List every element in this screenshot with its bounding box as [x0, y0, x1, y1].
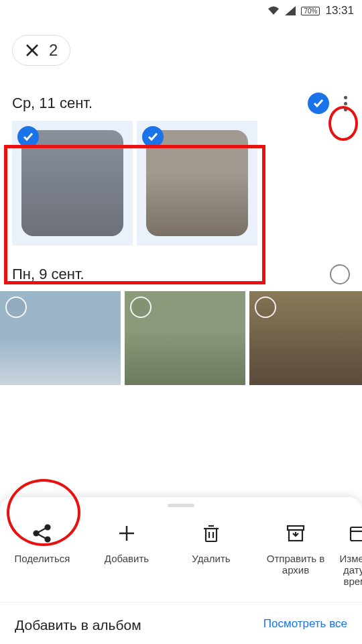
photo-thumbnail[interactable] [137, 121, 257, 246]
date-label: Ср, 11 сент. [12, 95, 93, 112]
select-all-unchecked-icon[interactable] [330, 264, 350, 284]
share-icon [31, 522, 54, 545]
date-group: Ср, 11 сент. [0, 79, 362, 251]
photo-image [146, 130, 248, 236]
bottom-sheet[interactable]: Поделиться Добавить Удалить [0, 497, 362, 644]
svg-rect-17 [351, 527, 362, 541]
see-all-link[interactable]: Посмотреть все [263, 617, 347, 633]
add-button[interactable]: Добавить [84, 522, 169, 587]
checkmark-icon[interactable] [17, 126, 39, 148]
wifi-icon [267, 6, 280, 15]
photo-thumbnail[interactable] [12, 121, 133, 246]
checkmark-icon[interactable] [142, 126, 164, 148]
photo-thumbnail[interactable] [0, 291, 121, 385]
edit-date-button[interactable]: Изменить дату и время [338, 522, 362, 587]
svg-line-6 [38, 535, 46, 539]
photo-row [12, 121, 350, 251]
unchecked-circle-icon[interactable] [255, 297, 276, 318]
plus-icon [115, 522, 138, 545]
add-to-album-row: Добавить в альбом Посмотреть все [0, 602, 362, 644]
select-all-checked-icon[interactable] [308, 93, 329, 114]
calendar-icon [347, 522, 362, 545]
action-bar: Поделиться Добавить Удалить [0, 517, 362, 602]
date-label: Пн, 9 сент. [12, 266, 84, 283]
action-label: Удалить [192, 553, 230, 564]
share-button[interactable]: Поделиться [0, 522, 84, 587]
selection-count: 2 [49, 41, 58, 60]
more-icon[interactable] [341, 93, 350, 114]
svg-point-2 [46, 525, 50, 530]
selection-chip[interactable]: 2 [12, 35, 70, 66]
date-header: Пн, 9 сент. [12, 251, 350, 291]
battery-indicator: 70% [301, 7, 320, 15]
selection-header: 2 [0, 21, 362, 79]
photo-image [21, 130, 123, 236]
date-header: Ср, 11 сент. [12, 79, 350, 121]
svg-line-5 [38, 529, 46, 533]
action-label: Отправить в архив [253, 553, 338, 576]
signal-icon [285, 6, 296, 15]
action-label: Поделиться [15, 553, 70, 564]
unchecked-circle-icon[interactable] [5, 297, 27, 318]
photo-thumbnail[interactable] [249, 291, 362, 385]
delete-button[interactable]: Удалить [169, 522, 253, 587]
svg-rect-9 [206, 529, 217, 541]
archive-button[interactable]: Отправить в архив [253, 522, 338, 587]
trash-icon [200, 522, 223, 545]
archive-icon [284, 522, 307, 545]
album-section-title: Добавить в альбом [15, 617, 141, 633]
photo-thumbnail[interactable] [125, 291, 245, 385]
photo-row [0, 291, 362, 385]
svg-point-3 [34, 531, 39, 536]
drag-handle-icon[interactable] [168, 504, 194, 507]
close-icon[interactable] [25, 43, 40, 58]
action-label: Изменить дату и время [340, 553, 363, 587]
status-bar: 70% 13:31 [0, 0, 362, 21]
unchecked-circle-icon[interactable] [130, 297, 152, 318]
svg-point-4 [46, 537, 50, 542]
clock: 13:31 [325, 4, 354, 17]
date-group: Пн, 9 сент. [0, 251, 362, 385]
action-label: Добавить [105, 553, 149, 564]
